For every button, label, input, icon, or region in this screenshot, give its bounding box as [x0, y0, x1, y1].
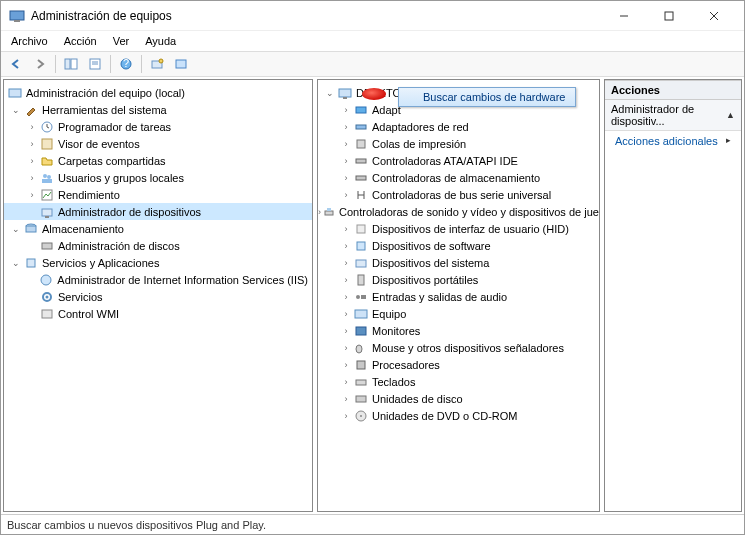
- nav-forward-button[interactable]: [29, 53, 51, 75]
- display-adapter-icon: [353, 102, 369, 118]
- users-icon: [39, 170, 55, 186]
- expand-icon[interactable]: ›: [340, 156, 352, 166]
- expand-icon[interactable]: ›: [340, 241, 352, 251]
- nav-back-button[interactable]: [5, 53, 27, 75]
- expand-icon[interactable]: ›: [26, 190, 38, 200]
- expand-icon[interactable]: ›: [340, 224, 352, 234]
- svg-rect-39: [356, 176, 366, 180]
- svg-rect-15: [176, 60, 186, 68]
- device-category[interactable]: ›Unidades de DVD o CD-ROM: [318, 407, 599, 424]
- tree-item-wmi[interactable]: Control WMI: [4, 305, 312, 322]
- collapse-icon[interactable]: ⌄: [10, 105, 22, 115]
- scan-hardware-button[interactable]: [146, 53, 168, 75]
- properties-button[interactable]: [84, 53, 106, 75]
- expand-icon[interactable]: ›: [26, 122, 38, 132]
- menu-file[interactable]: Archivo: [5, 33, 54, 49]
- tree-label: Teclados: [372, 376, 415, 388]
- svg-point-29: [41, 275, 51, 285]
- device-category[interactable]: ›Procesadores: [318, 356, 599, 373]
- tree-item-iis[interactable]: Administrador de Internet Information Se…: [4, 271, 312, 288]
- device-category[interactable]: ›Teclados: [318, 373, 599, 390]
- expand-icon[interactable]: ›: [340, 326, 352, 336]
- expand-icon[interactable]: ›: [340, 105, 352, 115]
- expand-icon[interactable]: ›: [340, 292, 352, 302]
- menu-view[interactable]: Ver: [107, 33, 136, 49]
- expand-icon[interactable]: ›: [340, 309, 352, 319]
- expand-icon[interactable]: ›: [340, 275, 352, 285]
- tree-label: Controladoras de almacenamiento: [372, 172, 540, 184]
- view-devices-button[interactable]: [170, 53, 192, 75]
- expand-icon[interactable]: ›: [26, 156, 38, 166]
- device-category[interactable]: ›Unidades de disco: [318, 390, 599, 407]
- device-category[interactable]: ›Controladoras ATA/ATAPI IDE: [318, 152, 599, 169]
- expand-icon[interactable]: ›: [340, 343, 352, 353]
- device-category[interactable]: ›Controladoras de sonido y vídeo y dispo…: [318, 203, 599, 220]
- expand-icon[interactable]: ›: [26, 139, 38, 149]
- tree-label: Controladoras de sonido y vídeo y dispos…: [339, 206, 600, 218]
- svg-rect-47: [361, 295, 366, 299]
- tools-icon: [23, 102, 39, 118]
- svg-rect-18: [42, 139, 52, 149]
- expand-icon[interactable]: ›: [340, 377, 352, 387]
- collapse-icon[interactable]: ⌄: [324, 88, 336, 98]
- expand-icon[interactable]: ›: [340, 190, 352, 200]
- tree-item-devmgr[interactable]: Administrador de dispositivos: [4, 203, 312, 220]
- expand-icon[interactable]: ›: [318, 207, 321, 217]
- svg-rect-21: [42, 179, 52, 183]
- tree-label: Entradas y salidas de audio: [372, 291, 507, 303]
- device-icon: [353, 357, 369, 373]
- expand-icon[interactable]: ›: [340, 173, 352, 183]
- device-category[interactable]: ›Dispositivos del sistema: [318, 254, 599, 271]
- help-button[interactable]: ?: [115, 53, 137, 75]
- device-icon: [353, 374, 369, 390]
- minimize-button[interactable]: [601, 2, 646, 30]
- actions-more[interactable]: Acciones adicionales ▸: [605, 131, 741, 151]
- workarea: Administración del equipo (local) ⌄ Herr…: [1, 77, 744, 514]
- tree-item-services[interactable]: Servicios: [4, 288, 312, 305]
- device-category[interactable]: ›Controladoras de almacenamiento: [318, 169, 599, 186]
- device-category[interactable]: ›Dispositivos portátiles: [318, 271, 599, 288]
- device-category[interactable]: ›Controladoras de bus serie universal: [318, 186, 599, 203]
- tree-item-eventvwr[interactable]: ›Visor de eventos: [4, 135, 312, 152]
- tree-label: Administración del equipo (local): [26, 87, 185, 99]
- device-category[interactable]: ›Dispositivos de software: [318, 237, 599, 254]
- device-category[interactable]: ›Monitores: [318, 322, 599, 339]
- expand-icon[interactable]: ›: [340, 258, 352, 268]
- device-category[interactable]: ›Entradas y salidas de audio: [318, 288, 599, 305]
- svg-rect-48: [355, 310, 367, 318]
- perf-icon: [39, 187, 55, 203]
- device-category[interactable]: ›Equipo: [318, 305, 599, 322]
- expand-icon[interactable]: ›: [340, 394, 352, 404]
- tree-category[interactable]: ⌄ Herramientas del sistema: [4, 101, 312, 118]
- collapse-icon[interactable]: ⌄: [10, 258, 22, 268]
- menu-help[interactable]: Ayuda: [139, 33, 182, 49]
- collapse-icon[interactable]: ⌄: [10, 224, 22, 234]
- tree-label: Administración de discos: [58, 240, 180, 252]
- svg-rect-34: [343, 97, 347, 99]
- show-hide-tree-button[interactable]: [60, 53, 82, 75]
- device-category[interactable]: ›Adaptadores de red: [318, 118, 599, 135]
- tree-item-perf[interactable]: ›Rendimiento: [4, 186, 312, 203]
- tree-item-tasksched[interactable]: ›Programador de tareas: [4, 118, 312, 135]
- expand-icon[interactable]: ›: [340, 139, 352, 149]
- close-button[interactable]: [691, 2, 736, 30]
- expand-icon[interactable]: ›: [340, 122, 352, 132]
- expand-icon[interactable]: ›: [340, 360, 352, 370]
- maximize-button[interactable]: [646, 2, 691, 30]
- tree-category[interactable]: ⌄Almacenamiento: [4, 220, 312, 237]
- menu-action[interactable]: Acción: [58, 33, 103, 49]
- device-category[interactable]: ›Colas de impresión: [318, 135, 599, 152]
- device-category[interactable]: ›Dispositivos de interfaz de usuario (HI…: [318, 220, 599, 237]
- expand-icon[interactable]: ›: [26, 173, 38, 183]
- context-menu-item-scan[interactable]: Buscar cambios de hardware: [398, 87, 576, 107]
- expand-icon[interactable]: ›: [340, 411, 352, 421]
- svg-rect-1: [14, 20, 20, 22]
- tree-root[interactable]: Administración del equipo (local): [4, 84, 312, 101]
- tree-category[interactable]: ⌄Servicios y Aplicaciones: [4, 254, 312, 271]
- tree-label: Usuarios y grupos locales: [58, 172, 184, 184]
- tree-item-diskmgmt[interactable]: Administración de discos: [4, 237, 312, 254]
- tree-item-users[interactable]: ›Usuarios y grupos locales: [4, 169, 312, 186]
- actions-context-title[interactable]: Administrador de dispositiv... ▲: [605, 100, 741, 131]
- device-category[interactable]: ›Mouse y otros dispositivos señaladores: [318, 339, 599, 356]
- tree-item-shared[interactable]: ›Carpetas compartidas: [4, 152, 312, 169]
